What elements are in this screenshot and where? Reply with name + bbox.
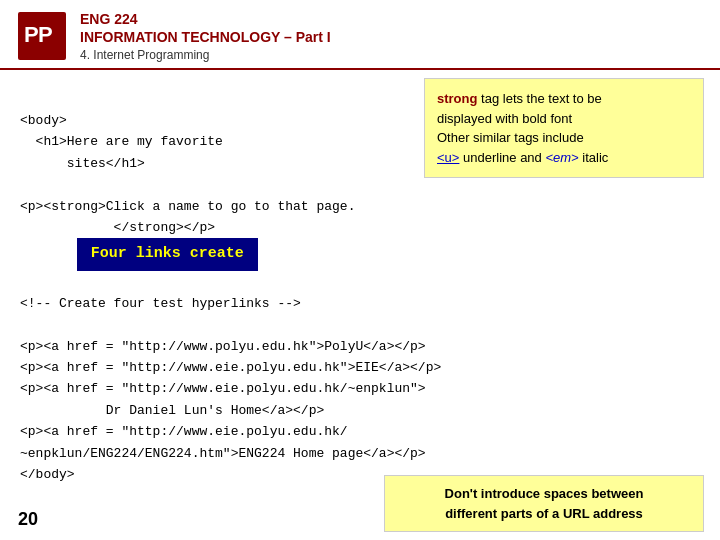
code-line-1: <body> xyxy=(20,113,67,128)
code-line-2: <h1>Here are my favorite xyxy=(20,134,223,149)
strong-word: strong xyxy=(437,91,477,106)
svg-text:P: P xyxy=(24,22,39,47)
svg-rect-3 xyxy=(24,14,32,18)
main-content: strong tag lets the text to bedisplayed … xyxy=(0,70,720,517)
svg-text:P: P xyxy=(38,22,53,47)
code-line-12: <p><a href = "http://www.eie.polyu.edu.h… xyxy=(20,381,426,396)
section-label: 4. Internet Programming xyxy=(80,48,704,62)
code-line-16: </body> xyxy=(20,467,75,482)
svg-rect-4 xyxy=(36,14,44,18)
code-line-15: ~enpklun/ENG224/ENG224.htm">ENG224 Home … xyxy=(20,446,426,461)
tag-em: <em> xyxy=(545,150,578,165)
header: P P ENG 224 INFORMATION TECHNOLOGY – Par… xyxy=(0,0,720,70)
tag-u: <u> xyxy=(437,150,459,165)
code-line-8: <!-- Create four test hyperlinks --> xyxy=(20,296,301,311)
callout-url-warning: Don't introduce spaces between different… xyxy=(384,475,704,532)
course-code: ENG 224 xyxy=(80,10,704,28)
page-number: 20 xyxy=(18,509,38,530)
code-line-6: </strong></p> xyxy=(20,220,215,235)
code-line-14: <p><a href = "http://www.eie.polyu.edu.h… xyxy=(20,424,348,439)
callout-bottom-line2: different parts of a URL address xyxy=(445,506,643,521)
code-line-11: <p><a href = "http://www.eie.polyu.edu.h… xyxy=(20,360,441,375)
callout-bottom-line1: Don't introduce spaces between xyxy=(445,486,644,501)
code-line-3: sites</h1> xyxy=(20,156,145,171)
four-links-callout: Four links create xyxy=(77,238,258,271)
callout-text-3: italic xyxy=(582,150,608,165)
header-text: ENG 224 INFORMATION TECHNOLOGY – Part I … xyxy=(80,10,704,62)
slide-container: P P ENG 224 INFORMATION TECHNOLOGY – Par… xyxy=(0,0,720,540)
code-line-10: <p><a href = "http://www.polyu.edu.hk">P… xyxy=(20,339,426,354)
callout-text-2: underline and xyxy=(463,150,545,165)
course-title: INFORMATION TECHNOLOGY – Part I xyxy=(80,28,704,46)
logo: P P xyxy=(16,10,68,62)
code-line-13: Dr Daniel Lun's Home</a></p> xyxy=(20,403,324,418)
code-line-5: <p><strong>Click a name to go to that pa… xyxy=(20,199,355,214)
callout-strong: strong tag lets the text to bedisplayed … xyxy=(424,78,704,178)
